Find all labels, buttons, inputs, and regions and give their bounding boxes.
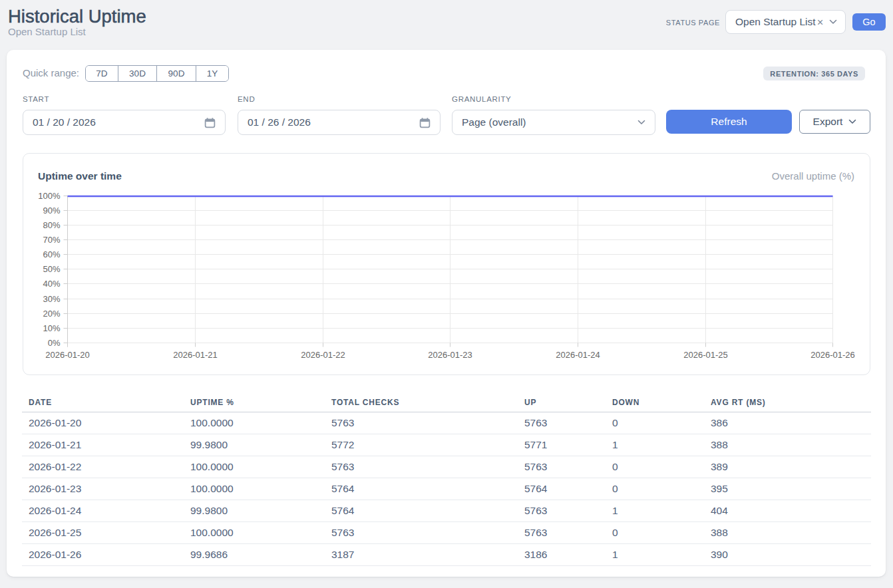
svg-text:2026-01-23: 2026-01-23 <box>428 350 472 360</box>
svg-text:80%: 80% <box>43 220 60 230</box>
svg-text:10%: 10% <box>43 323 60 333</box>
svg-text:60%: 60% <box>43 249 60 259</box>
svg-text:70%: 70% <box>43 235 60 245</box>
svg-text:30%: 30% <box>43 294 60 304</box>
svg-text:100%: 100% <box>38 191 61 201</box>
svg-text:2026-01-26: 2026-01-26 <box>810 350 855 360</box>
svg-text:0%: 0% <box>48 338 61 348</box>
svg-text:50%: 50% <box>43 264 60 274</box>
svg-text:2026-01-22: 2026-01-22 <box>301 350 345 360</box>
svg-text:2026-01-21: 2026-01-21 <box>173 350 218 360</box>
svg-text:2026-01-20: 2026-01-20 <box>45 350 90 360</box>
svg-text:20%: 20% <box>43 309 60 319</box>
svg-text:90%: 90% <box>43 206 60 216</box>
svg-text:2026-01-24: 2026-01-24 <box>556 350 600 360</box>
svg-text:40%: 40% <box>43 279 60 289</box>
svg-text:2026-01-25: 2026-01-25 <box>683 350 728 360</box>
